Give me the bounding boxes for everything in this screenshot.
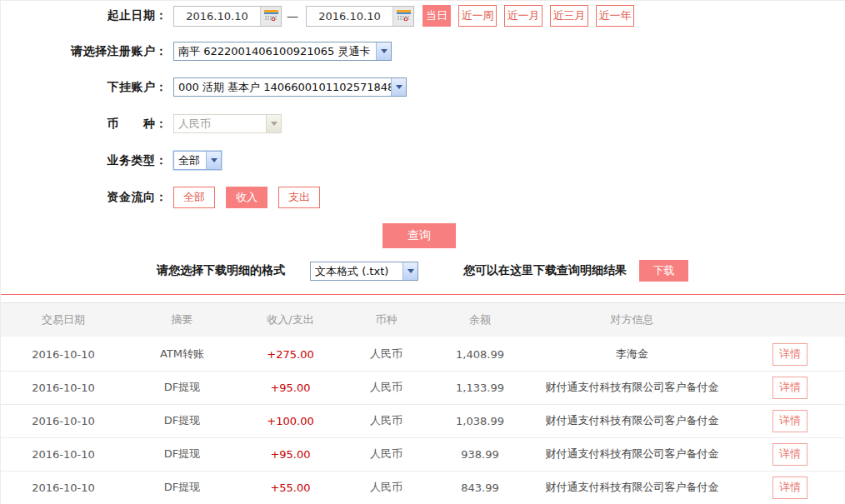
detail-button[interactable]: 详情 [772,377,808,399]
download-format-value: 文本格式 (.txt) [311,262,402,280]
sub-account-label: 下挂账户： [1,80,168,95]
currency-label: 币 种： [1,117,168,132]
cell-summary: ATM转账 [126,337,238,371]
download-hint: 您可以在这里下载查询明细结果 [463,263,627,278]
table-row: 2016-10-10 DF提现 +95.00 人民币 1,133.99 财付通支… [1,371,845,404]
end-date-input[interactable]: 2016.10.10 [306,6,414,27]
calendar-icon[interactable] [392,7,413,26]
start-date-value: 2016.10.10 [174,7,260,26]
download-format-select[interactable]: 文本格式 (.txt) [310,262,418,281]
chevron-down-icon [391,78,406,96]
cell-balance: 1,408.99 [430,337,530,371]
cell-counterparty: 财付通支付科技有限公司客户备付金 [530,471,734,504]
table-header-row: 交易日期 摘要 收入/支出 币种 余额 对方信息 [1,303,845,337]
table-row: 2016-10-10 DF提现 +95.00 人民币 938.99 财付通支付科… [1,437,845,471]
detail-button[interactable]: 详情 [772,477,808,499]
cell-counterparty: 李海金 [530,337,734,371]
cell-currency: 人民币 [342,337,430,371]
sub-account-value: 000 活期 基本户 1406600101102571848 [174,78,391,96]
currency-select: 人民币 [173,114,282,133]
table-row: 2016-10-10 DF提现 +100.00 人民币 1,038.99 财付通… [1,404,845,437]
detail-button[interactable]: 详情 [772,443,808,466]
fund-flow-row: 资金流向： 全部 收入 支出 [1,187,320,208]
cell-balance: 843.99 [430,471,530,504]
header-amount: 收入/支出 [238,303,342,337]
start-date-input[interactable]: 2016.10.10 [173,6,282,27]
quick-range-quarter-button[interactable]: 近三月 [550,5,588,27]
header-summary: 摘要 [126,303,238,337]
red-divider [1,294,845,295]
business-type-select[interactable]: 全部 [173,151,222,170]
download-format-label: 请您选择下载明细的格式 [157,263,285,278]
chevron-down-icon [266,115,281,132]
cell-summary: DF提现 [126,404,238,437]
chevron-down-icon [402,262,418,280]
cell-date: 2016-10-10 [1,337,126,371]
cell-date: 2016-10-10 [1,437,126,471]
header-date: 交易日期 [1,303,126,337]
cell-balance: 938.99 [430,437,530,471]
table-row: 2016-10-10 DF提现 +55.00 人民币 843.99 财付通支付科… [1,471,845,504]
cell-date: 2016-10-10 [1,404,126,437]
register-account-row: 请选择注册账户： 南平 6222001406100921065 灵通卡 [1,42,392,61]
fund-flow-all-button[interactable]: 全部 [173,187,215,208]
cell-amount: +95.00 [238,371,342,404]
header-currency: 币种 [342,303,430,337]
date-range-separator: — [287,9,298,22]
cell-counterparty: 财付通支付科技有限公司客户备付金 [530,371,734,404]
quick-range-month-button[interactable]: 近一月 [504,5,542,27]
chevron-down-icon [376,42,391,60]
detail-button[interactable]: 详情 [772,410,808,432]
end-date-value: 2016.10.10 [307,7,392,26]
business-type-value: 全部 [174,152,206,169]
cell-amount: +100.00 [238,404,342,437]
fund-flow-income-button[interactable]: 收入 [226,187,268,208]
business-type-row: 业务类型： 全部 [1,151,222,170]
transaction-query-page: 起止日期： 2016.10.10 — 2016.10.10 [0,0,845,504]
date-range-label: 起止日期： [1,8,168,23]
register-account-value: 南平 6222001406100921065 灵通卡 [174,42,376,60]
register-account-label: 请选择注册账户： [1,44,168,59]
transaction-table: 交易日期 摘要 收入/支出 币种 余额 对方信息 2016-10-10 ATM转… [1,302,845,504]
detail-button[interactable]: 详情 [772,343,808,366]
quick-range-week-button[interactable]: 近一周 [458,5,497,27]
sub-account-row: 下挂账户： 000 活期 基本户 1406600101102571848 [1,77,407,97]
header-counterparty: 对方信息 [530,303,734,337]
cell-summary: DF提现 [126,371,238,404]
cell-currency: 人民币 [342,404,430,437]
calendar-icon[interactable] [260,7,281,26]
currency-row: 币 种： 人民币 [1,114,282,133]
download-button[interactable]: 下载 [639,260,688,282]
cell-balance: 1,038.99 [430,404,530,437]
cell-counterparty: 财付通支付科技有限公司客户备付金 [530,437,734,471]
quick-range-today-button[interactable]: 当日 [422,5,451,27]
cell-currency: 人民币 [342,471,430,504]
query-button[interactable]: 查询 [382,223,456,248]
cell-summary: DF提现 [126,471,238,504]
header-detail [734,303,845,337]
business-type-label: 业务类型： [1,153,168,168]
fund-flow-label: 资金流向： [1,190,168,205]
cell-date: 2016-10-10 [1,371,126,404]
fund-flow-expense-button[interactable]: 支出 [278,187,320,208]
sub-account-select[interactable]: 000 活期 基本户 1406600101102571848 [173,77,407,97]
cell-summary: DF提现 [126,437,238,471]
register-account-select[interactable]: 南平 6222001406100921065 灵通卡 [173,42,392,61]
cell-amount: +95.00 [238,437,342,471]
date-range-row: 起止日期： 2016.10.10 — 2016.10.10 [1,5,634,27]
cell-balance: 1,133.99 [430,371,530,404]
cell-amount: +55.00 [238,471,342,504]
chevron-down-icon [206,152,221,169]
cell-date: 2016-10-10 [1,471,126,504]
quick-range-year-button[interactable]: 近一年 [596,5,634,27]
cell-currency: 人民币 [342,437,430,471]
table-row: 2016-10-10 ATM转账 +275.00 人民币 1,408.99 李海… [1,337,845,371]
currency-value: 人民币 [174,115,266,132]
cell-currency: 人民币 [342,371,430,404]
cell-counterparty: 财付通支付科技有限公司客户备付金 [530,404,734,437]
header-balance: 余额 [430,303,530,337]
cell-amount: +275.00 [238,337,342,371]
